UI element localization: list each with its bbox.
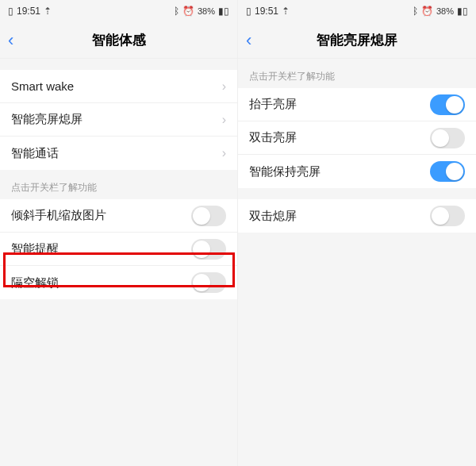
phone-right: ▯ 19:51 ⇡ ᛒ ⏰ 38% ▮▯ ‹ 智能亮屏熄屏 点击开关栏了解功能 … bbox=[238, 0, 476, 466]
screenshot-root: ▯ 19:51 ⇡ ᛒ ⏰ 38% ▮▯ ‹ 智能体感 Smart wake›智… bbox=[0, 0, 476, 466]
row-label: 智能保持亮屏 bbox=[249, 164, 430, 179]
phone-left: ▯ 19:51 ⇡ ᛒ ⏰ 38% ▮▯ ‹ 智能体感 Smart wake›智… bbox=[0, 0, 238, 466]
upload-icon: ⇡ bbox=[44, 6, 52, 16]
battery-icon: ▮▯ bbox=[457, 6, 468, 16]
nav-bar: ‹ 智能体感 bbox=[0, 22, 237, 59]
alarm-icon: ⏰ bbox=[421, 6, 433, 16]
toggle-knob bbox=[193, 274, 210, 291]
toggle-switch[interactable] bbox=[430, 206, 465, 226]
toggle-knob bbox=[432, 129, 449, 147]
list-row[interactable]: Smart wake› bbox=[0, 70, 237, 103]
list-row[interactable]: 智能提醒 bbox=[0, 233, 237, 266]
battery-icon: ▮▯ bbox=[218, 6, 229, 16]
row-label: Smart wake bbox=[11, 79, 222, 93]
toggle-switch[interactable] bbox=[430, 94, 465, 115]
status-bar: ▯ 19:51 ⇡ ᛒ ⏰ 38% ▮▯ bbox=[238, 0, 476, 22]
list-group-1: Smart wake›智能亮屏熄屏›智能通话› bbox=[0, 70, 237, 170]
toggle-knob bbox=[193, 207, 210, 225]
chevron-right-icon: › bbox=[222, 113, 226, 127]
nav-bar: ‹ 智能亮屏熄屏 bbox=[238, 22, 476, 59]
bluetooth-icon: ᛒ bbox=[174, 6, 179, 16]
status-time: 19:51 bbox=[255, 6, 278, 17]
list-row[interactable]: 智能通话› bbox=[0, 137, 237, 170]
chevron-right-icon: › bbox=[222, 146, 226, 160]
toggle-knob bbox=[432, 207, 449, 225]
list-row[interactable]: 智能保持亮屏 bbox=[238, 155, 476, 188]
list-row[interactable]: 双击亮屏 bbox=[238, 121, 476, 155]
battery-pct: 38% bbox=[198, 6, 215, 16]
section-header: 点击开关栏了解功能 bbox=[238, 59, 476, 88]
toggle-switch[interactable] bbox=[430, 161, 465, 182]
status-bar: ▯ 19:51 ⇡ ᛒ ⏰ 38% ▮▯ bbox=[0, 0, 237, 22]
battery-pct: 38% bbox=[436, 6, 454, 16]
status-time: 19:51 bbox=[17, 6, 40, 17]
page-title: 智能体感 bbox=[0, 31, 237, 49]
row-label: 双击熄屏 bbox=[249, 209, 430, 224]
alarm-icon: ⏰ bbox=[182, 6, 194, 16]
sim-icon: ▯ bbox=[246, 6, 251, 16]
toggle-knob bbox=[193, 241, 210, 258]
list-group-2: 双击熄屏 bbox=[238, 199, 476, 233]
section-header: 点击开关栏了解功能 bbox=[0, 170, 237, 199]
toggle-switch[interactable] bbox=[430, 128, 465, 148]
row-label: 双击亮屏 bbox=[249, 130, 430, 145]
sim-icon: ▯ bbox=[8, 6, 13, 16]
toggle-knob bbox=[446, 163, 463, 180]
toggle-switch[interactable] bbox=[191, 272, 226, 293]
chevron-right-icon: › bbox=[222, 79, 226, 94]
toggle-knob bbox=[446, 96, 463, 114]
toggle-switch[interactable] bbox=[191, 206, 226, 226]
list-row[interactable]: 倾斜手机缩放图片 bbox=[0, 199, 237, 233]
back-button[interactable]: ‹ bbox=[8, 32, 13, 49]
page-title: 智能亮屏熄屏 bbox=[238, 31, 476, 49]
list-row[interactable]: 抬手亮屏 bbox=[238, 88, 476, 121]
row-label: 抬手亮屏 bbox=[249, 97, 430, 112]
back-button[interactable]: ‹ bbox=[246, 32, 251, 49]
row-label: 隔空解锁 bbox=[11, 275, 191, 291]
row-label: 倾斜手机缩放图片 bbox=[11, 208, 191, 223]
list-row[interactable]: 智能亮屏熄屏› bbox=[0, 103, 237, 137]
gap bbox=[0, 59, 237, 70]
row-label: 智能提醒 bbox=[11, 241, 191, 256]
list-group-2: 倾斜手机缩放图片智能提醒隔空解锁 bbox=[0, 199, 237, 299]
upload-icon: ⇡ bbox=[282, 6, 290, 16]
list-group-1: 抬手亮屏双击亮屏智能保持亮屏 bbox=[238, 88, 476, 188]
bluetooth-icon: ᛒ bbox=[413, 6, 418, 16]
gap bbox=[238, 188, 476, 199]
list-row[interactable]: 双击熄屏 bbox=[238, 199, 476, 233]
toggle-switch[interactable] bbox=[191, 239, 226, 260]
row-label: 智能亮屏熄屏 bbox=[11, 112, 222, 127]
list-row[interactable]: 隔空解锁 bbox=[0, 266, 237, 299]
row-label: 智能通话 bbox=[11, 146, 222, 161]
